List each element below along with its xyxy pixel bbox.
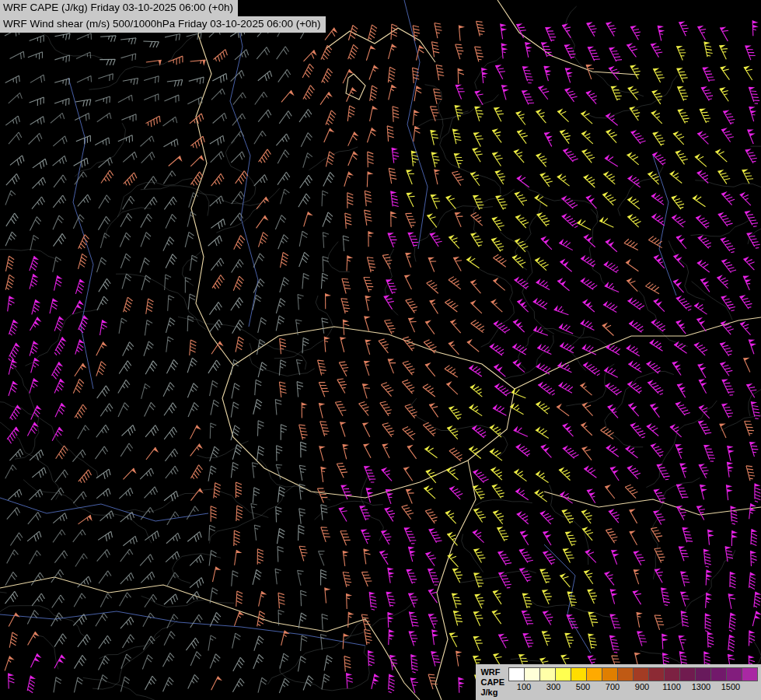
legend-swatch	[742, 667, 758, 681]
legend-swatch	[726, 667, 742, 681]
title-line-1: WRF CAPE (J/kg) Friday 03-10-2025 06:00 …	[0, 0, 238, 16]
legend-swatch	[524, 667, 540, 681]
legend-param-label: CAPE	[480, 677, 504, 688]
legend-value: 100	[509, 682, 539, 691]
cape-legend: WRF CAPE J/kg 10030050070090011001300150…	[476, 664, 761, 700]
legend-swatch-strip	[509, 667, 758, 681]
legend-value: 500	[568, 682, 598, 691]
legend-swatch	[555, 667, 571, 681]
legend-swatch	[695, 667, 711, 681]
legend-swatch	[664, 667, 680, 681]
legend-model-label: WRF	[480, 667, 504, 677]
legend-value: 1300	[686, 682, 716, 691]
weather-map-canvas	[0, 0, 761, 700]
legend-swatch	[586, 667, 602, 681]
legend-color-scale: 100300500700900110013001500	[509, 667, 758, 691]
legend-value: 1500	[716, 682, 745, 691]
legend-swatch	[571, 667, 587, 681]
map-header: WRF CAPE (J/kg) Friday 03-10-2025 06:00 …	[0, 0, 326, 33]
legend-swatch	[508, 667, 525, 681]
legend-swatch	[710, 667, 727, 681]
legend-labels: WRF CAPE J/kg	[480, 667, 504, 698]
title-line-2: WRF Wind shear (m/s) 500/1000hPa Friday …	[0, 16, 326, 33]
legend-value: 1100	[657, 682, 686, 691]
legend-swatch	[617, 667, 634, 681]
legend-swatch	[679, 667, 696, 681]
legend-swatch	[539, 667, 556, 681]
legend-swatch	[633, 667, 649, 681]
wrf-map-view: WRF CAPE (J/kg) Friday 03-10-2025 06:00 …	[0, 0, 761, 700]
legend-unit-label: J/kg	[480, 688, 504, 698]
legend-value-row: 100300500700900110013001500	[509, 682, 758, 691]
legend-value: 300	[539, 682, 568, 691]
legend-swatch	[648, 667, 665, 681]
legend-swatch	[602, 667, 618, 681]
legend-value: 700	[598, 682, 627, 691]
legend-value: 900	[627, 682, 657, 691]
